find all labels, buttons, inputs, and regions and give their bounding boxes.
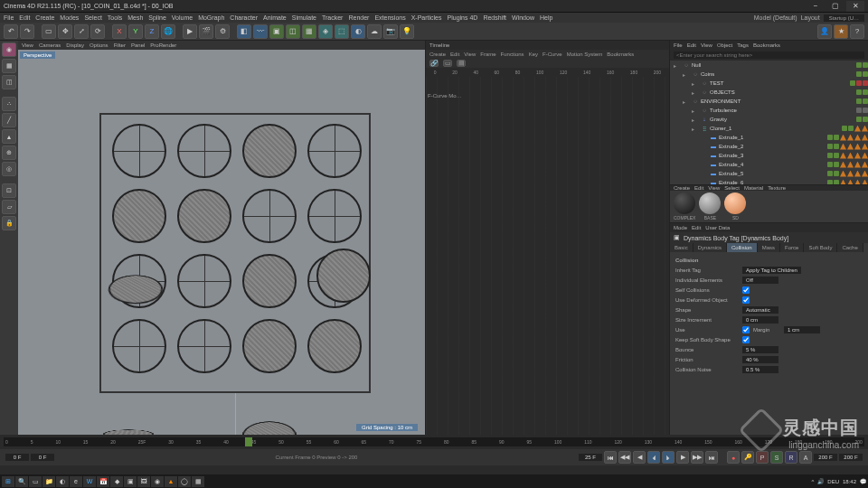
tlmenu-item[interactable]: View — [464, 52, 476, 57]
indiv-dropdown[interactable]: Off — [742, 277, 778, 284]
record-button[interactable]: ● — [727, 451, 740, 464]
next-frame-button[interactable]: ▶ — [676, 451, 689, 464]
photos-button[interactable]: 🖼 — [137, 476, 150, 487]
tag-icon[interactable] — [847, 171, 854, 177]
zaxis-button[interactable]: Z — [145, 24, 159, 39]
menu-render[interactable]: Render — [348, 14, 369, 21]
tag-icon[interactable] — [840, 162, 846, 168]
vis-dot[interactable] — [842, 126, 847, 131]
menu-select[interactable]: Select — [84, 14, 101, 21]
tree-row[interactable]: ▸○TEST — [670, 79, 868, 88]
menu-character[interactable]: Character — [230, 14, 258, 21]
tag-icon[interactable] — [862, 126, 868, 132]
close-button[interactable]: ✕ — [846, 1, 864, 12]
notifications-button[interactable]: 💬 — [860, 478, 866, 484]
render-settings-button[interactable]: ⚙ — [215, 24, 230, 39]
timeline-tab[interactable]: Timeline — [429, 42, 449, 48]
tag-icon[interactable] — [847, 162, 854, 168]
tlmenu-item[interactable]: Key — [529, 52, 538, 57]
timeline-track[interactable]: 0510152025F30354045505560657075808590951… — [4, 437, 864, 446]
tree-row[interactable]: ▸○Turbulence — [670, 106, 868, 115]
tag-icon[interactable] — [854, 180, 861, 185]
c4d-button[interactable]: ◯ — [178, 476, 191, 487]
vis-dot[interactable] — [850, 80, 855, 86]
vis-dot[interactable] — [834, 162, 839, 167]
user-button[interactable]: 👤 — [817, 24, 832, 39]
vis-dot[interactable] — [827, 171, 833, 176]
expand-icon[interactable]: ▸ — [692, 126, 699, 132]
use-checkbox[interactable] — [742, 326, 750, 333]
workplane-mode[interactable]: ◫ — [2, 75, 16, 89]
menu-tracker[interactable]: Tracker — [322, 14, 343, 21]
next-key-button[interactable]: ▶▶ — [691, 451, 703, 464]
texture-mode[interactable]: ▦ — [2, 59, 16, 73]
tag-icon[interactable] — [840, 135, 846, 141]
mograph-button[interactable]: ⬚ — [335, 24, 349, 39]
scale-tool[interactable]: ⤢ — [74, 24, 89, 39]
expand-icon[interactable]: ▸ — [683, 71, 690, 78]
environment-button[interactable]: ☁ — [367, 24, 382, 39]
tree-row[interactable]: ▸↓Gravity — [670, 115, 868, 124]
polys-mode[interactable]: ▲ — [2, 129, 16, 144]
menu-edit[interactable]: Edit — [19, 14, 30, 21]
tlmenu-item[interactable]: Create — [429, 52, 446, 57]
playhead[interactable] — [245, 437, 252, 446]
tag-icon[interactable] — [862, 180, 868, 185]
expand-icon[interactable]: ▸ — [692, 89, 699, 96]
workplane-button[interactable]: ▱ — [2, 200, 16, 214]
viewmenu-prorender[interactable]: ProRender — [150, 42, 176, 48]
tl-link-icon[interactable]: 🔗 — [429, 60, 439, 67]
right-frame[interactable]: 200 F — [839, 454, 863, 461]
tag-icon[interactable] — [847, 153, 854, 159]
tag-icon[interactable] — [840, 144, 846, 150]
start-button[interactable]: ⊞ — [2, 476, 14, 487]
tag-icon[interactable] — [847, 180, 854, 185]
inherit-dropdown[interactable]: Apply Tag to Children — [742, 267, 801, 274]
expand-icon[interactable]: ▸ — [692, 117, 699, 123]
tag-icon[interactable] — [854, 126, 861, 132]
menu-extensions[interactable]: Extensions — [374, 14, 405, 21]
tag-icon[interactable] — [854, 162, 861, 168]
locked-button[interactable]: 🔒 — [2, 216, 16, 230]
tl-filter-icon[interactable]: ▤ — [457, 60, 466, 67]
prev-key-button[interactable]: ◀◀ — [618, 451, 631, 464]
attrtab-collision[interactable]: Collision — [727, 243, 758, 252]
attrmenu-item[interactable]: Edit — [692, 225, 701, 230]
menu-modes[interactable]: Modes — [60, 14, 79, 21]
colnoise-field[interactable]: 0.5 % — [742, 366, 778, 373]
viewmenu-filter[interactable]: Filter — [114, 42, 126, 48]
attrtab-basic[interactable]: Basic — [670, 243, 693, 252]
goto-end-button[interactable]: ⏭ — [705, 451, 718, 464]
explorer-button[interactable]: 📁 — [42, 476, 55, 487]
volume-button[interactable]: ◈ — [318, 24, 333, 39]
tag-icon[interactable] — [862, 171, 868, 177]
maximize-button[interactable]: ▢ — [826, 1, 844, 12]
prev-frame-button[interactable]: ◀ — [633, 451, 646, 464]
menu-window[interactable]: Window — [512, 14, 534, 21]
store-button[interactable]: ★ — [834, 24, 848, 39]
menu-help[interactable]: Help — [540, 14, 552, 21]
app1-button[interactable]: ◆ — [110, 476, 123, 487]
browser-button[interactable]: ◐ — [56, 476, 69, 487]
tag-icon[interactable] — [840, 171, 846, 177]
search-button[interactable]: 🔍 — [15, 476, 28, 487]
spline-primitive[interactable]: 〰 — [253, 24, 268, 39]
generator-button[interactable]: ▣ — [269, 24, 284, 39]
vis-dot[interactable] — [827, 153, 833, 158]
model-mode[interactable]: ◉ — [2, 42, 16, 57]
app3-button[interactable]: ◉ — [151, 476, 164, 487]
subdivide-button[interactable]: ◫ — [286, 24, 300, 39]
world-button[interactable]: 🌐 — [161, 24, 175, 39]
tree-row[interactable]: ▸○ENVIRONMENT — [670, 97, 868, 106]
sizeinc-field[interactable]: 0 cm — [742, 316, 778, 324]
autokey-button[interactable]: 🔑 — [741, 451, 754, 464]
vis-dot[interactable] — [856, 117, 862, 122]
vlc-button[interactable]: ▲ — [165, 476, 177, 487]
menu-tools[interactable]: Tools — [108, 14, 122, 21]
play-button[interactable]: ⏵ — [662, 451, 675, 464]
usedeform-checkbox[interactable] — [742, 296, 750, 304]
expand-icon[interactable]: ▸ — [692, 108, 699, 114]
vis-dot[interactable] — [834, 144, 839, 149]
vis-dot[interactable] — [856, 71, 862, 77]
attrmenu-item[interactable]: Mode — [674, 225, 687, 230]
